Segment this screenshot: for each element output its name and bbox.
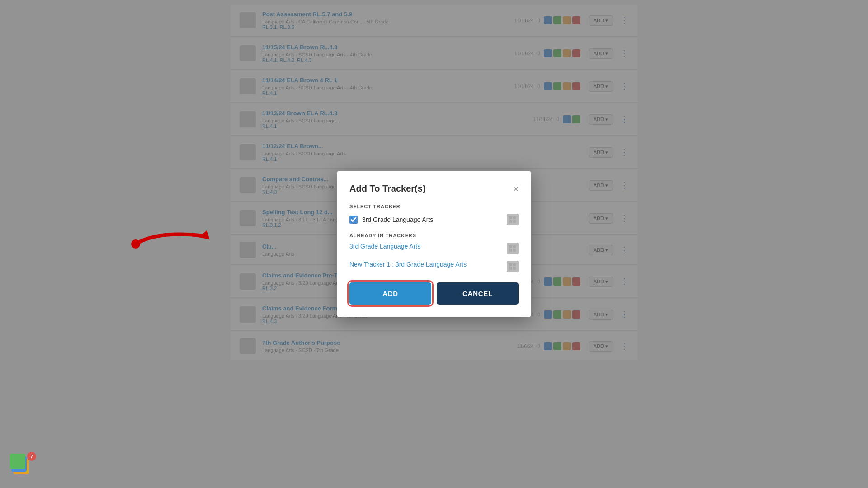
- svg-rect-9: [513, 263, 516, 266]
- svg-rect-6: [509, 249, 512, 252]
- svg-rect-2: [509, 220, 512, 223]
- already-in-trackers-label: ALREADY IN TRACKERS: [349, 233, 519, 238]
- already-in-trackers-section: ALREADY IN TRACKERS 3rd Grade Language A…: [349, 233, 519, 272]
- cancel-button[interactable]: CANCEL: [437, 282, 519, 305]
- already-tracker-item-0: 3rd Grade Language Arts: [349, 243, 519, 254]
- already-tracker-link-1[interactable]: New Tracker 1 : 3rd Grade Language Arts: [349, 261, 467, 268]
- modal-overlay: Add To Tracker(s) × SELECT TRACKER 3rd G…: [0, 0, 868, 488]
- svg-rect-1: [513, 216, 516, 219]
- modal-header: Add To Tracker(s) ×: [349, 183, 519, 194]
- svg-rect-3: [513, 220, 516, 223]
- svg-rect-4: [509, 245, 512, 248]
- badge-count: 7: [27, 452, 36, 461]
- tracker-checkbox-label: 3rd Grade Language Arts: [362, 216, 433, 223]
- already-tracker-link-0[interactable]: 3rd Grade Language Arts: [349, 243, 420, 250]
- add-button[interactable]: ADD: [349, 282, 431, 305]
- svg-rect-8: [509, 263, 512, 266]
- tracker-checkbox-row: 3rd Grade Language Arts: [349, 216, 433, 224]
- tracker-item-checkbox: 3rd Grade Language Arts: [349, 214, 519, 225]
- add-to-tracker-modal: Add To Tracker(s) × SELECT TRACKER 3rd G…: [337, 171, 531, 317]
- badge-layer-green: [10, 454, 25, 469]
- modal-close-button[interactable]: ×: [513, 184, 519, 193]
- modal-actions: ADD CANCEL: [349, 282, 519, 305]
- tracker-grid-icon: [507, 214, 519, 225]
- svg-rect-5: [513, 245, 516, 248]
- modal-title: Add To Tracker(s): [349, 183, 426, 194]
- svg-rect-7: [513, 249, 516, 252]
- bottom-badge[interactable]: 7: [10, 452, 36, 478]
- tracker-checkbox[interactable]: [349, 216, 358, 224]
- select-tracker-label: SELECT TRACKER: [349, 204, 519, 209]
- badge-stack: 7: [10, 452, 36, 478]
- tracker-grid-icon-1: [507, 261, 519, 272]
- already-tracker-item-1: New Tracker 1 : 3rd Grade Language Arts: [349, 261, 519, 272]
- svg-rect-0: [509, 216, 512, 219]
- tracker-grid-icon-0: [507, 243, 519, 254]
- svg-rect-10: [509, 267, 512, 270]
- svg-rect-11: [513, 267, 516, 270]
